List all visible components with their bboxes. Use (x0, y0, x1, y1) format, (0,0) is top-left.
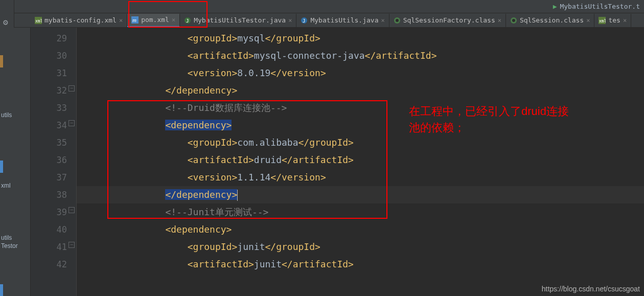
tab-label: pom.xml (141, 16, 169, 24)
fold-icon[interactable]: − (68, 207, 75, 213)
tab-MybatisUtils-java[interactable]: JMybatisUtils.java× (296, 14, 389, 27)
svg-text:J: J (303, 18, 305, 24)
tab-label: MybatisUtils.java (310, 16, 378, 24)
line-number: 34 (31, 117, 67, 134)
fold-icon[interactable]: − (68, 120, 75, 126)
svg-point-9 (396, 19, 399, 22)
xml-file-icon: xml (599, 17, 606, 24)
tabs-bar: xmlmybatis-config.xml×mpom.xml×JMybatisU… (0, 13, 644, 28)
run-config-label: MybatisUtilsTestor.t (560, 3, 640, 10)
annotation-text: 在工程中，已经引入了druid连接 池的依赖； (409, 103, 569, 136)
code-line[interactable]: <groupId>com.alibaba</groupId> (77, 134, 644, 151)
gear-icon[interactable]: ⚙ (3, 17, 8, 27)
svg-text:xml: xml (35, 19, 42, 24)
code-area[interactable]: <groupId>mysql</groupId> <artifactId>mys… (77, 28, 644, 296)
line-number: 39 (31, 203, 67, 221)
code-line[interactable]: <artifactId>druid</artifactId> (77, 151, 644, 169)
tab-label: SqlSessionFactory.class (403, 16, 495, 24)
side-label-utils2: utils (1, 234, 12, 241)
svg-point-11 (512, 19, 515, 22)
svg-text:J: J (186, 18, 189, 24)
side-marker-blue2 (0, 284, 3, 296)
code-line[interactable]: </dependency> (77, 186, 644, 203)
java-test-icon: J (184, 17, 191, 24)
java-file-icon: J (301, 17, 308, 24)
maven-icon: m (131, 16, 139, 24)
line-number: 31 (31, 64, 67, 82)
code-line[interactable]: <artifactId>junit</artifactId> (77, 256, 644, 273)
tab-label: mybatis-config.xml (44, 16, 117, 24)
close-icon[interactable]: × (288, 17, 292, 24)
code-line[interactable]: </dependency> (77, 82, 644, 99)
close-icon[interactable]: × (623, 17, 627, 24)
code-line[interactable]: <version>1.1.14</version> (77, 169, 644, 186)
code-line[interactable]: <groupId>junit</groupId> (77, 238, 644, 256)
class-file-icon (510, 17, 517, 24)
code-line[interactable]: <dependency> (77, 221, 644, 238)
run-config[interactable]: ▶ MybatisUtilsTestor.t (549, 0, 644, 12)
tab-pom-xml[interactable]: mpom.xml× (127, 14, 180, 27)
close-icon[interactable]: × (172, 16, 175, 24)
line-number: 35 (31, 134, 67, 151)
line-number: 36 (31, 151, 67, 169)
line-number: 37 (31, 169, 67, 186)
tab-SqlSession-class[interactable]: SqlSession.class× (506, 14, 594, 27)
code-line[interactable]: <artifactId>mysql-connector-java</artifa… (77, 47, 644, 64)
close-icon[interactable]: × (586, 17, 590, 24)
line-number: 40 (31, 221, 67, 238)
line-number: 41 (31, 238, 67, 256)
close-icon[interactable]: × (119, 17, 123, 24)
line-number: 30 (31, 47, 67, 64)
tab-label: tes (608, 16, 620, 24)
left-sidebar: utils xml utils Testor (0, 28, 31, 296)
editor: 2930313233343536373839404142−−−− <groupI… (31, 28, 644, 296)
svg-text:xml: xml (599, 19, 606, 24)
close-icon[interactable]: × (498, 17, 501, 24)
xml-file-icon: xml (35, 17, 42, 24)
code-line[interactable]: <groupId>mysql</groupId> (77, 30, 644, 47)
side-marker (0, 55, 3, 67)
line-number: 38 (31, 186, 67, 203)
svg-text:m: m (132, 17, 136, 23)
code-line[interactable]: <version>8.0.19</version> (77, 64, 644, 82)
class-file-icon (394, 17, 401, 24)
side-label-utils: utils (1, 111, 12, 119)
fold-icon[interactable]: − (68, 85, 75, 92)
tab-label: SqlSession.class (520, 16, 584, 24)
line-number: 29 (31, 30, 67, 47)
gutter: 2930313233343536373839404142−−−− (31, 28, 77, 296)
tab-SqlSessionFactory-class[interactable]: SqlSessionFactory.class× (389, 14, 506, 27)
run-triangle-icon: ▶ (553, 3, 557, 10)
tab-mybatis-config-xml[interactable]: xmlmybatis-config.xml× (31, 14, 127, 27)
watermark: https://blog.csdn.net/csucsgoat (542, 285, 640, 293)
line-number: 32 (31, 82, 67, 99)
tab-tes[interactable]: xmltes× (594, 14, 631, 27)
tab-MybatisUtilsTestor-java[interactable]: JMybatisUtilsTestor.java× (180, 14, 296, 27)
text-caret (237, 190, 238, 201)
line-number: 33 (31, 99, 67, 117)
line-number: 42 (31, 256, 67, 273)
close-icon[interactable]: × (381, 17, 384, 24)
tab-label: MybatisUtilsTestor.java (194, 16, 286, 24)
side-marker-blue (0, 161, 3, 173)
side-label-testor: Testor (1, 242, 18, 249)
code-line[interactable]: <!--Junit单元测试--> (77, 203, 644, 221)
title-bar (0, 0, 644, 13)
fold-icon[interactable]: − (68, 242, 75, 248)
side-label-xml: xml (1, 182, 11, 189)
